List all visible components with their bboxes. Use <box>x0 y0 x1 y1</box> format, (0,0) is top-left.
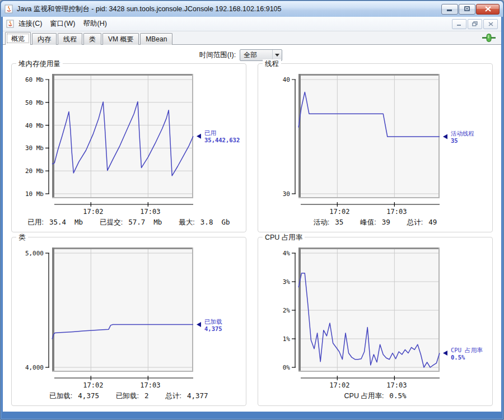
legend-label: CPU 占用率 <box>451 347 483 353</box>
chevron-down-icon <box>275 54 279 57</box>
stat-label: 已卸载: <box>116 392 139 400</box>
stat-value: 35.4 Mb <box>49 218 83 226</box>
tab-vm-summary[interactable]: VM 概要 <box>102 33 139 45</box>
stat-value: 4,375 <box>78 391 99 400</box>
y-tick-label: 40 Mb <box>25 122 44 129</box>
x-tick-label: 17:02 <box>83 208 103 215</box>
y-tick-label: 5,000 <box>25 250 44 257</box>
threads-stats: 活动:35峰值:39总计:49 <box>263 215 488 227</box>
stat-value: 3.8 Gb <box>200 218 230 226</box>
menu-connect[interactable]: 连接(C) <box>15 17 46 30</box>
cpu-usage-stats: CPU 占用率:0.5% <box>263 389 488 401</box>
stat-value: 39 <box>382 218 390 226</box>
stat-pair: 活动:35 <box>314 218 344 227</box>
legend-value: 0.5% <box>451 354 465 361</box>
minimize-icon <box>447 7 452 12</box>
tab-classes[interactable]: 类 <box>83 33 101 45</box>
title-bar[interactable]: Java 监视和管理控制台 - pid: 3428 sun.tools.jcon… <box>1 1 503 17</box>
x-tick-label: 17:03 <box>386 381 407 389</box>
mdi-minimize-icon <box>457 22 461 26</box>
legend-arrow-icon <box>443 134 447 139</box>
x-tick-label: 17:03 <box>386 208 407 215</box>
close-button[interactable] <box>476 4 500 15</box>
legend-label: 活动线程 <box>451 130 474 137</box>
stat-pair: 已用:35.4 Mb <box>27 218 83 227</box>
mdi-restore-icon <box>472 21 478 26</box>
heap-memory-stats: 已用:35.4 Mb已提交:57.7 Mb最大:3.8 Gb <box>16 215 241 227</box>
chart-svg-threads: 403017:0217:03活动线程35 <box>263 71 488 215</box>
y-tick-label: 50 Mb <box>25 99 44 106</box>
y-tick-label: 2% <box>283 307 291 314</box>
legend-arrow-icon <box>197 134 201 139</box>
legend-value: 35,442,632 <box>204 137 240 143</box>
tab-memory[interactable]: 内存 <box>32 33 57 45</box>
time-range-value: 全部 <box>240 50 272 60</box>
stat-label: 峰值: <box>360 218 376 226</box>
mdi-close-button[interactable] <box>483 19 498 29</box>
cpu-usage-panel: CPU 占用率 4%3%2%1%0%17:0217:03CPU 占用率0.5% … <box>258 237 493 406</box>
stat-pair: 已加载:4,375 <box>49 391 99 401</box>
y-tick-label: 30 <box>283 190 290 198</box>
panel-title: 线程 <box>263 59 281 69</box>
panel-title: CPU 占用率 <box>263 233 305 242</box>
stat-label: 活动: <box>314 218 329 226</box>
stat-value: 57.7 Mb <box>128 218 162 226</box>
stat-pair: 最大:3.8 Gb <box>179 218 230 227</box>
panel-title: 类 <box>16 233 28 242</box>
stat-label: 已加载: <box>49 392 72 400</box>
y-tick-label: 60 Mb <box>25 76 44 83</box>
stat-label: 已用: <box>27 218 43 226</box>
y-tick-label: 3% <box>283 278 291 286</box>
stat-label: 总计: <box>166 392 181 400</box>
time-range-label: 时间范围(I): <box>199 50 236 60</box>
x-tick-label: 17:02 <box>329 381 349 389</box>
tab-threads[interactable]: 线程 <box>58 33 82 45</box>
stat-value: 4,377 <box>187 391 208 400</box>
stat-label: 已提交: <box>100 218 123 226</box>
cpu-usage-chart: 4%3%2%1%0%17:0217:03CPU 占用率0.5% <box>263 244 488 389</box>
classes-chart: 5,0004,00017:0217:03已加载4,375 <box>16 244 241 389</box>
mdi-restore-button[interactable] <box>468 19 482 29</box>
tab-overview[interactable]: 概览 <box>5 32 31 45</box>
x-tick-label: 17:02 <box>83 381 103 389</box>
legend-arrow-icon <box>197 322 201 327</box>
jconsole-window: Java 监视和管理控制台 - pid: 3428 sun.tools.jcon… <box>0 0 504 420</box>
y-tick-label: 30 Mb <box>25 144 44 152</box>
connection-status-icon <box>482 34 496 42</box>
app-icon-small <box>6 20 15 28</box>
mdi-minimize-button[interactable] <box>452 19 466 29</box>
chart-svg-cpu: 4%3%2%1%0%17:0217:03CPU 占用率0.5% <box>263 244 488 389</box>
maximize-button[interactable] <box>459 4 475 15</box>
menu-help[interactable]: 帮助(H) <box>79 17 110 30</box>
stat-pair: 已卸载:2 <box>116 391 149 401</box>
close-icon <box>485 6 491 12</box>
minimize-button[interactable] <box>441 4 458 15</box>
legend-value: 4,375 <box>204 325 222 332</box>
y-tick-label: 40 <box>283 76 290 83</box>
x-tick-label: 17:03 <box>140 381 160 389</box>
mdi-close-icon <box>488 22 493 26</box>
legend-value: 35 <box>451 137 458 144</box>
legend-arrow-icon <box>443 351 447 356</box>
time-range-row: 时间范围(I): 全部 <box>3 49 479 61</box>
x-tick-label: 17:03 <box>140 208 160 215</box>
tab-mbean[interactable]: MBean <box>140 33 172 45</box>
panel-title: 堆内存使用量 <box>16 59 63 69</box>
overview-panel: 时间范围(I): 全部 堆内存使用量 60 Mb50 Mb40 Mb30 Mb2… <box>3 45 501 412</box>
menu-bar: 连接(C) 窗口(W) 帮助(H) <box>3 17 501 31</box>
stat-pair: CPU 占用率:0.5% <box>344 391 407 401</box>
window-controls <box>441 4 500 15</box>
maximize-icon <box>464 6 470 12</box>
heap-memory-panel: 堆内存使用量 60 Mb50 Mb40 Mb30 Mb20 Mb10 Mb17:… <box>11 63 246 232</box>
y-tick-label: 20 Mb <box>25 167 44 175</box>
stat-pair: 峰值:39 <box>360 218 390 227</box>
y-tick-label: 10 Mb <box>25 190 44 198</box>
stat-label: 最大: <box>179 218 194 226</box>
stat-value: 0.5% <box>389 391 406 400</box>
menu-window[interactable]: 窗口(W) <box>46 17 79 30</box>
stat-label: CPU 占用率: <box>344 392 384 400</box>
stat-pair: 已提交:57.7 Mb <box>100 218 162 227</box>
x-tick-label: 17:02 <box>329 208 349 215</box>
stat-value: 49 <box>428 218 437 226</box>
heap-memory-chart: 60 Mb50 Mb40 Mb30 Mb20 Mb10 Mb17:0217:03… <box>16 71 241 215</box>
